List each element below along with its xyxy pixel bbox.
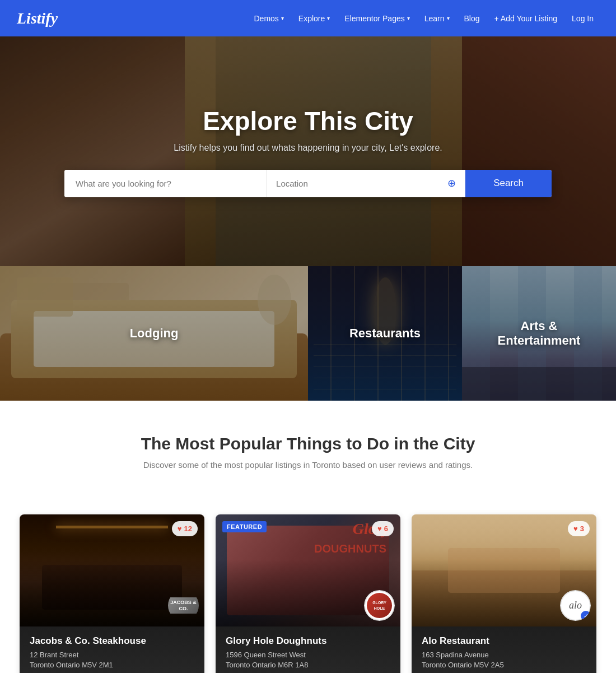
chevron-down-icon: ▾ [327, 15, 330, 21]
category-arts-label: Arts & Entertainment [498, 319, 581, 348]
hero-content: Explore This City Listify helps you find… [0, 106, 616, 197]
site-logo[interactable]: Listify [17, 10, 58, 27]
card-heart-alo[interactable]: ♥ 3 [568, 521, 590, 536]
listing-card-steakhouse[interactable]: ♥ 12 JACOBS & CO. Jacobs & Co. Steakhous… [20, 514, 204, 673]
category-restaurants-label: Restaurants [349, 326, 421, 341]
search-location-wrap: ⊕ [267, 170, 465, 197]
listing-card-doughnuts[interactable]: Glory DOUGHNUTS FEATURED ♥ 6 GLORYHOLE G… [216, 514, 400, 673]
main-header: Listify Demos ▾ Explore ▾ Elementor Page… [0, 0, 616, 36]
nav-login[interactable]: Log In [566, 10, 599, 27]
card-logo-doughnuts: GLORYHOLE [364, 590, 395, 621]
hero-subtitle: Listify helps you find out whats happeni… [11, 143, 605, 153]
popular-title: The Most Popular Things to Do in the Cit… [11, 434, 605, 453]
category-arts[interactable]: Arts & Entertainment [462, 266, 616, 401]
nav-demos[interactable]: Demos ▾ [248, 10, 289, 27]
doughnuts-logo-inner: GLORYHOLE [367, 593, 392, 618]
chevron-down-icon: ▾ [447, 15, 450, 21]
listing-name-doughnuts: Glory Hole Doughnuts [226, 635, 390, 647]
card-image-steakhouse: ♥ 12 JACOBS & CO. [20, 514, 204, 626]
heart-count-steakhouse: 12 [184, 525, 192, 533]
popular-section: The Most Popular Things to Do in the Cit… [0, 401, 616, 514]
listing-name-steakhouse: Jacobs & Co. Steakhouse [30, 635, 194, 647]
hero-section: Explore This City Listify helps you find… [0, 36, 616, 266]
steakhouse-logo-img: JACOBS & CO. [168, 597, 199, 614]
nav-elementor[interactable]: Elementor Pages ▾ [339, 10, 415, 27]
alo-logo-img: alo ✓ [560, 590, 591, 621]
alo-logo-text: alo [569, 600, 582, 611]
card-body-doughnuts: Glory Hole Doughnuts 1596 Queen Street W… [216, 626, 400, 673]
search-bar: ⊕ Search [64, 170, 552, 197]
chevron-down-icon: ▾ [281, 15, 284, 21]
card-logo-alo: alo ✓ [560, 590, 591, 621]
chevron-down-icon: ▾ [407, 15, 410, 21]
listing-address-steakhouse: 12 Brant Street Toronto Ontario M5V 2M1 [30, 650, 194, 670]
alo-verified-icon: ✓ [581, 611, 591, 621]
categories-section: Lodging Restaurants Arts & Entertainment [0, 266, 616, 401]
nav-blog[interactable]: Blog [459, 10, 486, 27]
featured-badge-doughnuts: FEATURED [222, 521, 267, 532]
popular-subtitle: Discover some of the most popular listin… [11, 460, 605, 470]
listing-address-doughnuts: 1596 Queen Street West Toronto Ontario M… [226, 650, 390, 670]
heart-icon: ♥ [178, 525, 182, 533]
heart-icon: ♥ [377, 525, 382, 533]
heart-count-doughnuts: 6 [384, 525, 388, 533]
nav-add-listing[interactable]: + Add Your Listing [489, 10, 563, 27]
card-logo-steakhouse: JACOBS & CO. [168, 590, 199, 621]
card-image-doughnuts: Glory DOUGHNUTS FEATURED ♥ 6 GLORYHOLE [216, 514, 400, 626]
card-heart-steakhouse[interactable]: ♥ 12 [172, 521, 198, 536]
search-location-input[interactable] [276, 179, 443, 188]
doughnuts-logo-img: GLORYHOLE [364, 590, 395, 621]
card-image-alo: ♥ 3 alo ✓ [412, 514, 596, 626]
nav-explore[interactable]: Explore ▾ [293, 10, 335, 27]
category-restaurants[interactable]: Restaurants [308, 266, 462, 401]
category-lodging[interactable]: Lodging [0, 266, 308, 401]
listings-grid: ♥ 12 JACOBS & CO. Jacobs & Co. Steakhous… [0, 514, 616, 673]
card-body-steakhouse: Jacobs & Co. Steakhouse 12 Brant Street … [20, 626, 204, 673]
card-heart-doughnuts[interactable]: ♥ 6 [372, 521, 394, 536]
listing-address-alo: 163 Spadina Avenue Toronto Ontario M5V 2… [422, 650, 586, 670]
category-lodging-label: Lodging [130, 326, 179, 341]
card-body-alo: Alo Restaurant 163 Spadina Avenue Toront… [412, 626, 596, 673]
heart-count-alo: 3 [580, 525, 584, 533]
location-target-icon[interactable]: ⊕ [447, 177, 456, 189]
nav-learn[interactable]: Learn ▾ [419, 10, 455, 27]
search-button[interactable]: Search [465, 170, 552, 197]
listing-card-alo[interactable]: ♥ 3 alo ✓ Alo Restaurant 163 Spadina Ave… [412, 514, 596, 673]
search-what-input[interactable] [64, 170, 267, 197]
hero-title: Explore This City [11, 106, 605, 136]
listing-name-alo: Alo Restaurant [422, 635, 586, 647]
main-nav: Demos ▾ Explore ▾ Elementor Pages ▾ Lear… [248, 10, 599, 27]
heart-icon: ♥ [573, 525, 578, 533]
